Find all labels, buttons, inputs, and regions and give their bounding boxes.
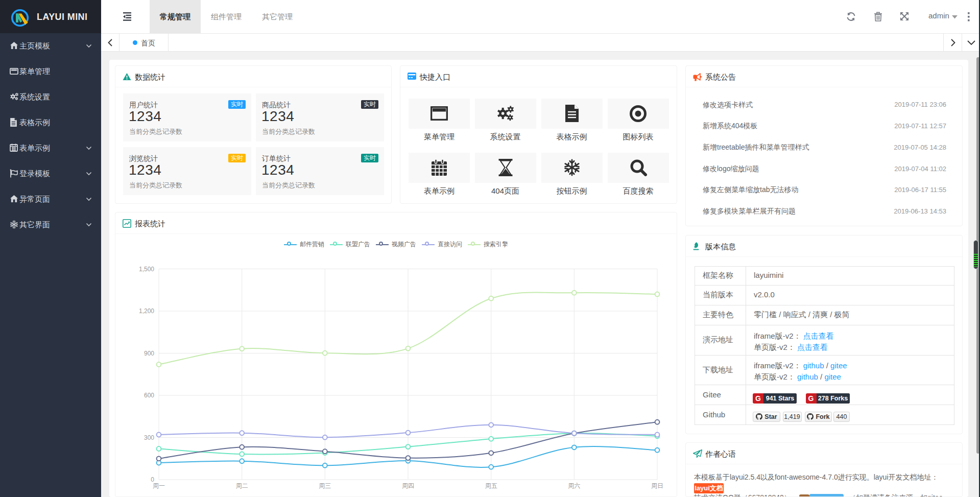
svg-text:周二: 周二 — [236, 482, 248, 489]
svg-text:周日: 周日 — [651, 482, 663, 489]
svg-text:周四: 周四 — [402, 482, 414, 489]
svg-text:1,200: 1,200 — [139, 307, 154, 315]
svg-text:1,500: 1,500 — [139, 266, 154, 273]
svg-text:900: 900 — [144, 350, 154, 357]
svg-text:300: 300 — [144, 434, 154, 441]
svg-text:周三: 周三 — [319, 482, 331, 489]
svg-text:周六: 周六 — [568, 482, 580, 489]
svg-text:周一: 周一 — [153, 482, 165, 489]
svg-text:600: 600 — [144, 392, 154, 399]
svg-text:周五: 周五 — [485, 482, 497, 489]
